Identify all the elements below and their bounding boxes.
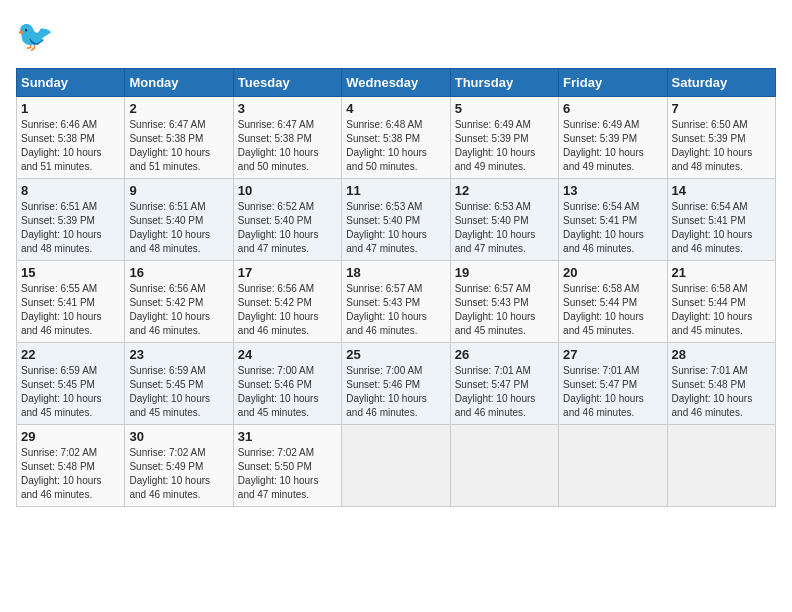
page-header: 🐦 — [16, 16, 776, 60]
day-info: Sunrise: 6:51 AMSunset: 5:40 PMDaylight:… — [129, 200, 228, 256]
calendar-day-cell: 19Sunrise: 6:57 AMSunset: 5:43 PMDayligh… — [450, 261, 558, 343]
column-header-monday: Monday — [125, 69, 233, 97]
day-number: 7 — [672, 101, 771, 116]
day-number: 3 — [238, 101, 337, 116]
calendar-day-cell: 20Sunrise: 6:58 AMSunset: 5:44 PMDayligh… — [559, 261, 667, 343]
day-number: 17 — [238, 265, 337, 280]
calendar-day-cell: 27Sunrise: 7:01 AMSunset: 5:47 PMDayligh… — [559, 343, 667, 425]
day-number: 10 — [238, 183, 337, 198]
calendar-day-cell: 23Sunrise: 6:59 AMSunset: 5:45 PMDayligh… — [125, 343, 233, 425]
column-header-tuesday: Tuesday — [233, 69, 341, 97]
svg-text:🐦: 🐦 — [16, 18, 54, 54]
day-number: 21 — [672, 265, 771, 280]
day-number: 30 — [129, 429, 228, 444]
day-info: Sunrise: 6:54 AMSunset: 5:41 PMDaylight:… — [672, 200, 771, 256]
day-info: Sunrise: 7:01 AMSunset: 5:47 PMDaylight:… — [563, 364, 662, 420]
day-info: Sunrise: 6:57 AMSunset: 5:43 PMDaylight:… — [455, 282, 554, 338]
day-info: Sunrise: 7:02 AMSunset: 5:50 PMDaylight:… — [238, 446, 337, 502]
calendar-day-cell: 25Sunrise: 7:00 AMSunset: 5:46 PMDayligh… — [342, 343, 450, 425]
calendar-day-cell — [450, 425, 558, 507]
day-info: Sunrise: 6:58 AMSunset: 5:44 PMDaylight:… — [563, 282, 662, 338]
day-number: 20 — [563, 265, 662, 280]
calendar-day-cell: 18Sunrise: 6:57 AMSunset: 5:43 PMDayligh… — [342, 261, 450, 343]
calendar-day-cell: 21Sunrise: 6:58 AMSunset: 5:44 PMDayligh… — [667, 261, 775, 343]
day-number: 24 — [238, 347, 337, 362]
calendar-week-row: 1Sunrise: 6:46 AMSunset: 5:38 PMDaylight… — [17, 97, 776, 179]
day-number: 15 — [21, 265, 120, 280]
day-number: 9 — [129, 183, 228, 198]
day-number: 1 — [21, 101, 120, 116]
day-number: 12 — [455, 183, 554, 198]
calendar-day-cell: 7Sunrise: 6:50 AMSunset: 5:39 PMDaylight… — [667, 97, 775, 179]
calendar-day-cell: 14Sunrise: 6:54 AMSunset: 5:41 PMDayligh… — [667, 179, 775, 261]
calendar-day-cell: 31Sunrise: 7:02 AMSunset: 5:50 PMDayligh… — [233, 425, 341, 507]
day-number: 22 — [21, 347, 120, 362]
calendar-day-cell: 8Sunrise: 6:51 AMSunset: 5:39 PMDaylight… — [17, 179, 125, 261]
calendar-day-cell: 10Sunrise: 6:52 AMSunset: 5:40 PMDayligh… — [233, 179, 341, 261]
calendar-day-cell: 6Sunrise: 6:49 AMSunset: 5:39 PMDaylight… — [559, 97, 667, 179]
day-info: Sunrise: 6:51 AMSunset: 5:39 PMDaylight:… — [21, 200, 120, 256]
day-info: Sunrise: 6:57 AMSunset: 5:43 PMDaylight:… — [346, 282, 445, 338]
calendar-day-cell: 5Sunrise: 6:49 AMSunset: 5:39 PMDaylight… — [450, 97, 558, 179]
day-info: Sunrise: 7:02 AMSunset: 5:48 PMDaylight:… — [21, 446, 120, 502]
calendar-day-cell: 17Sunrise: 6:56 AMSunset: 5:42 PMDayligh… — [233, 261, 341, 343]
calendar-day-cell — [342, 425, 450, 507]
day-number: 8 — [21, 183, 120, 198]
calendar-day-cell — [559, 425, 667, 507]
day-number: 27 — [563, 347, 662, 362]
logo: 🐦 — [16, 16, 60, 60]
day-info: Sunrise: 6:46 AMSunset: 5:38 PMDaylight:… — [21, 118, 120, 174]
day-number: 6 — [563, 101, 662, 116]
day-info: Sunrise: 6:47 AMSunset: 5:38 PMDaylight:… — [129, 118, 228, 174]
day-info: Sunrise: 6:58 AMSunset: 5:44 PMDaylight:… — [672, 282, 771, 338]
day-number: 26 — [455, 347, 554, 362]
day-number: 19 — [455, 265, 554, 280]
day-info: Sunrise: 6:49 AMSunset: 5:39 PMDaylight:… — [455, 118, 554, 174]
calendar-day-cell: 22Sunrise: 6:59 AMSunset: 5:45 PMDayligh… — [17, 343, 125, 425]
day-info: Sunrise: 6:50 AMSunset: 5:39 PMDaylight:… — [672, 118, 771, 174]
calendar-day-cell: 13Sunrise: 6:54 AMSunset: 5:41 PMDayligh… — [559, 179, 667, 261]
calendar-week-row: 29Sunrise: 7:02 AMSunset: 5:48 PMDayligh… — [17, 425, 776, 507]
calendar-day-cell — [667, 425, 775, 507]
day-number: 23 — [129, 347, 228, 362]
day-number: 29 — [21, 429, 120, 444]
day-number: 14 — [672, 183, 771, 198]
day-info: Sunrise: 6:56 AMSunset: 5:42 PMDaylight:… — [238, 282, 337, 338]
column-header-sunday: Sunday — [17, 69, 125, 97]
day-number: 11 — [346, 183, 445, 198]
calendar-day-cell: 4Sunrise: 6:48 AMSunset: 5:38 PMDaylight… — [342, 97, 450, 179]
day-number: 5 — [455, 101, 554, 116]
day-info: Sunrise: 6:49 AMSunset: 5:39 PMDaylight:… — [563, 118, 662, 174]
day-info: Sunrise: 6:53 AMSunset: 5:40 PMDaylight:… — [455, 200, 554, 256]
calendar-day-cell: 15Sunrise: 6:55 AMSunset: 5:41 PMDayligh… — [17, 261, 125, 343]
column-header-saturday: Saturday — [667, 69, 775, 97]
day-info: Sunrise: 6:55 AMSunset: 5:41 PMDaylight:… — [21, 282, 120, 338]
day-info: Sunrise: 6:47 AMSunset: 5:38 PMDaylight:… — [238, 118, 337, 174]
calendar-day-cell: 1Sunrise: 6:46 AMSunset: 5:38 PMDaylight… — [17, 97, 125, 179]
day-info: Sunrise: 6:48 AMSunset: 5:38 PMDaylight:… — [346, 118, 445, 174]
day-info: Sunrise: 7:02 AMSunset: 5:49 PMDaylight:… — [129, 446, 228, 502]
calendar-day-cell: 24Sunrise: 7:00 AMSunset: 5:46 PMDayligh… — [233, 343, 341, 425]
calendar-header-row: SundayMondayTuesdayWednesdayThursdayFrid… — [17, 69, 776, 97]
calendar-day-cell: 11Sunrise: 6:53 AMSunset: 5:40 PMDayligh… — [342, 179, 450, 261]
calendar-day-cell: 29Sunrise: 7:02 AMSunset: 5:48 PMDayligh… — [17, 425, 125, 507]
column-header-wednesday: Wednesday — [342, 69, 450, 97]
day-info: Sunrise: 6:53 AMSunset: 5:40 PMDaylight:… — [346, 200, 445, 256]
day-info: Sunrise: 6:59 AMSunset: 5:45 PMDaylight:… — [129, 364, 228, 420]
column-header-thursday: Thursday — [450, 69, 558, 97]
day-info: Sunrise: 7:01 AMSunset: 5:47 PMDaylight:… — [455, 364, 554, 420]
day-number: 18 — [346, 265, 445, 280]
day-info: Sunrise: 6:56 AMSunset: 5:42 PMDaylight:… — [129, 282, 228, 338]
calendar-week-row: 8Sunrise: 6:51 AMSunset: 5:39 PMDaylight… — [17, 179, 776, 261]
day-number: 13 — [563, 183, 662, 198]
day-number: 28 — [672, 347, 771, 362]
calendar-week-row: 22Sunrise: 6:59 AMSunset: 5:45 PMDayligh… — [17, 343, 776, 425]
day-info: Sunrise: 7:00 AMSunset: 5:46 PMDaylight:… — [346, 364, 445, 420]
day-number: 16 — [129, 265, 228, 280]
calendar-day-cell: 28Sunrise: 7:01 AMSunset: 5:48 PMDayligh… — [667, 343, 775, 425]
calendar-day-cell: 26Sunrise: 7:01 AMSunset: 5:47 PMDayligh… — [450, 343, 558, 425]
calendar-week-row: 15Sunrise: 6:55 AMSunset: 5:41 PMDayligh… — [17, 261, 776, 343]
calendar-table: SundayMondayTuesdayWednesdayThursdayFrid… — [16, 68, 776, 507]
day-number: 4 — [346, 101, 445, 116]
day-info: Sunrise: 7:00 AMSunset: 5:46 PMDaylight:… — [238, 364, 337, 420]
